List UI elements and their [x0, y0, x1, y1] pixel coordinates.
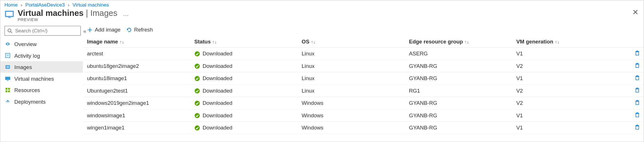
- table-row[interactable]: arctestDownloadedLinuxASERGV1: [83, 47, 644, 60]
- chevron-right-icon: ›: [66, 2, 71, 8]
- table-row[interactable]: ubuntu18gen2image2DownloadedLinuxGYANB-R…: [83, 60, 644, 72]
- cell-image-name: Ubuntugen2test1: [83, 85, 190, 97]
- overview-icon: [5, 41, 11, 47]
- svg-rect-44: [636, 101, 639, 105]
- column-header-status[interactable]: Status↑↓: [190, 36, 298, 47]
- svg-rect-38: [636, 89, 639, 92]
- trash-icon: [634, 50, 640, 56]
- delete-button[interactable]: [634, 62, 640, 68]
- svg-rect-15: [5, 90, 7, 92]
- trash-icon: [634, 112, 640, 118]
- sidebar: « Overview Activity log Images: [0, 24, 83, 142]
- delete-button[interactable]: [634, 99, 640, 105]
- cell-os: Linux: [298, 60, 405, 72]
- page-header: Virtual machines | Images … PREVIEW ✕: [0, 9, 644, 24]
- resources-icon: [5, 87, 11, 93]
- success-icon: [194, 112, 200, 118]
- chevron-right-icon: ›: [19, 2, 24, 8]
- toolbar: Add image Refresh: [83, 26, 644, 36]
- cell-os: Linux: [298, 47, 405, 60]
- cell-rg: GYANB-RG: [405, 60, 512, 72]
- sidebar-item-deployments[interactable]: Deployments: [0, 96, 83, 107]
- close-button[interactable]: ✕: [632, 9, 639, 16]
- svg-point-19: [195, 51, 200, 56]
- sidebar-item-overview[interactable]: Overview: [0, 38, 83, 50]
- sidebar-item-activity-log[interactable]: Activity log: [0, 50, 83, 61]
- delete-button[interactable]: [634, 124, 640, 130]
- cell-gen: V2: [512, 85, 630, 97]
- cell-rg: RG1: [405, 85, 512, 97]
- svg-rect-14: [8, 88, 10, 89]
- svg-rect-12: [7, 80, 9, 81]
- sidebar-item-label: Deployments: [14, 99, 46, 105]
- sidebar-item-virtual-machines[interactable]: Virtual machines: [0, 73, 83, 84]
- breadcrumb-device[interactable]: PortalAseDevice3: [25, 2, 65, 8]
- main-content: Add image Refresh Image name↑↓ Status↑↓ …: [83, 24, 644, 142]
- trash-icon: [634, 124, 640, 130]
- cell-image-name: ubuntu18image1: [83, 72, 190, 85]
- more-actions-button[interactable]: …: [123, 11, 129, 17]
- search-input[interactable]: [5, 26, 81, 36]
- svg-rect-26: [636, 64, 639, 67]
- cell-gen: V1: [512, 122, 630, 134]
- svg-rect-16: [8, 90, 10, 92]
- sort-icon: ↑↓: [311, 39, 316, 44]
- svg-point-31: [195, 76, 200, 81]
- svg-rect-32: [636, 77, 639, 80]
- cell-image-name: windowsimage1: [83, 109, 190, 122]
- table-row[interactable]: wingen1image1DownloadedWindowsGYANB-RGV1: [83, 122, 644, 134]
- cell-gen: V1: [512, 72, 630, 85]
- sidebar-item-images[interactable]: Images: [0, 61, 83, 73]
- deployments-icon: [5, 98, 11, 105]
- refresh-button[interactable]: Refresh: [126, 27, 153, 33]
- svg-point-3: [8, 29, 11, 32]
- column-header-gen[interactable]: VM generation↑↓: [512, 36, 630, 47]
- sort-icon: ↑↓: [555, 39, 559, 44]
- svg-rect-6: [5, 53, 10, 58]
- cell-rg: GYANB-RG: [405, 97, 512, 109]
- trash-icon: [634, 99, 640, 105]
- cell-os: Windows: [298, 109, 405, 122]
- cell-image-name: windows2019gen2image1: [83, 97, 190, 109]
- cell-os: Windows: [298, 122, 405, 134]
- sidebar-item-label: Overview: [14, 41, 37, 47]
- delete-button[interactable]: [634, 75, 640, 80]
- breadcrumb-vm[interactable]: Virtual machines: [72, 2, 109, 8]
- cell-gen: V1: [512, 109, 630, 122]
- add-image-label: Add image: [95, 27, 120, 33]
- success-icon: [194, 63, 200, 69]
- table-row[interactable]: ubuntu18image1DownloadedLinuxGYANB-RGV1: [83, 72, 644, 85]
- breadcrumb-home[interactable]: Home: [5, 2, 18, 8]
- delete-button[interactable]: [634, 50, 640, 56]
- table-row[interactable]: windows2019gen2image1DownloadedWindowsGY…: [83, 97, 644, 109]
- svg-rect-56: [636, 126, 639, 129]
- page-title: Virtual machines | Images: [18, 9, 120, 18]
- images-icon: [5, 64, 11, 70]
- cell-status: Downloaded: [190, 85, 298, 97]
- cell-rg: ASERG: [405, 47, 512, 60]
- delete-button[interactable]: [634, 87, 640, 93]
- column-header-name[interactable]: Image name↑↓: [83, 36, 190, 47]
- cell-status: Downloaded: [190, 109, 298, 122]
- column-header-os[interactable]: OS↑↓: [298, 36, 405, 47]
- add-image-button[interactable]: Add image: [87, 27, 121, 33]
- sidebar-item-label: Virtual machines: [14, 76, 54, 82]
- svg-rect-50: [636, 114, 639, 117]
- table-row[interactable]: windowsimage1DownloadedWindowsGYANB-RGV1: [83, 109, 644, 122]
- cell-gen: V1: [512, 47, 630, 60]
- table-header-row: Image name↑↓ Status↑↓ OS↑↓ Edge resource…: [83, 36, 644, 47]
- cell-status: Downloaded: [190, 72, 298, 85]
- column-header-rg[interactable]: Edge resource group↑↓: [405, 36, 512, 47]
- sort-icon: ↑↓: [120, 39, 124, 44]
- sidebar-item-resources[interactable]: Resources: [0, 84, 83, 96]
- sort-icon: ↑↓: [212, 39, 217, 44]
- svg-rect-1: [6, 12, 13, 16]
- activity-log-icon: [5, 52, 11, 59]
- sidebar-item-label: Resources: [14, 87, 40, 93]
- success-icon: [194, 88, 200, 93]
- refresh-label: Refresh: [134, 27, 153, 33]
- cell-rg: GYANB-RG: [405, 109, 512, 122]
- table-row[interactable]: Ubuntugen2test1DownloadedLinuxRG1V2: [83, 85, 644, 97]
- svg-point-49: [195, 113, 200, 118]
- delete-button[interactable]: [634, 112, 640, 118]
